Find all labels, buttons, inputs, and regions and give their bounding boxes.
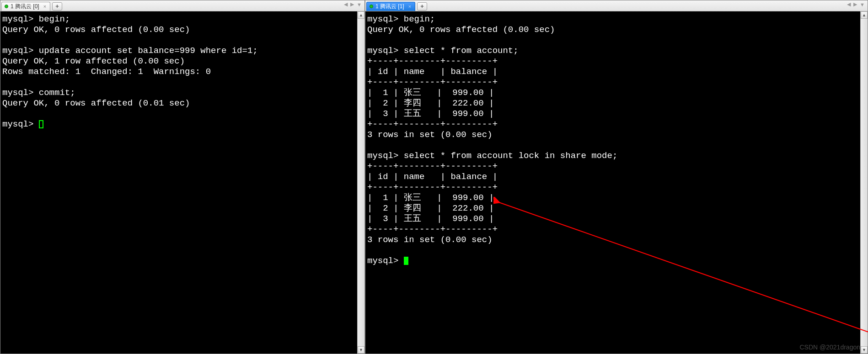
status-dot-icon — [5, 5, 8, 8]
cursor-icon — [404, 257, 408, 265]
scroll-down-icon[interactable]: ▼ — [861, 346, 868, 354]
cursor-icon — [39, 120, 43, 128]
right-terminal[interactable]: mysql> begin;Query OK, 0 rows affected (… — [365, 11, 868, 354]
left-tab-bar: 1 腾讯云 [0] × + ◀ ▶ ▼ — [0, 0, 364, 11]
nav-down-icon[interactable]: ▼ — [356, 2, 363, 7]
close-icon[interactable]: × — [408, 4, 411, 9]
left-tab-0[interactable]: 1 腾讯云 [0] × — [1, 2, 50, 11]
nav-right-icon[interactable]: ▶ — [852, 1, 858, 7]
scroll-up-icon[interactable]: ▲ — [861, 11, 868, 19]
scroll-up-icon[interactable]: ▲ — [358, 11, 364, 19]
close-icon[interactable]: × — [43, 4, 46, 9]
nav-right-icon[interactable]: ▶ — [349, 1, 355, 7]
left-pane: 1 腾讯云 [0] × + ◀ ▶ ▼ mysql> begin;Query O… — [0, 0, 365, 354]
watermark-text: CSDN @2021dragon — [799, 343, 860, 351]
left-scrollbar[interactable]: ▲ ▼ — [357, 11, 364, 354]
left-terminal[interactable]: mysql> begin;Query OK, 0 rows affected (… — [0, 11, 364, 354]
plus-icon: + — [55, 3, 59, 10]
right-scrollbar[interactable]: ▲ ▼ — [860, 11, 868, 354]
scroll-down-icon[interactable]: ▼ — [358, 346, 364, 354]
plus-icon: + — [420, 3, 424, 10]
add-tab-button[interactable]: + — [417, 2, 427, 11]
add-tab-button[interactable]: + — [52, 2, 62, 11]
nav-down-icon[interactable]: ▼ — [859, 2, 866, 7]
scroll-track[interactable] — [861, 19, 868, 346]
nav-left-icon[interactable]: ◀ — [846, 1, 852, 7]
tab-nav-arrows: ◀ ▶ ▼ — [343, 1, 363, 7]
tab-title: 1 腾讯云 [0] — [11, 3, 39, 11]
nav-left-icon[interactable]: ◀ — [343, 1, 348, 7]
right-tab-bar: 1 腾讯云 [1] × + ◀ ▶ ▼ — [365, 0, 868, 11]
status-dot-icon — [370, 5, 373, 8]
tab-title: 1 腾讯云 [1] — [375, 3, 404, 11]
scroll-track[interactable] — [358, 19, 364, 346]
tab-nav-arrows: ◀ ▶ ▼ — [846, 1, 866, 7]
right-tab-0[interactable]: 1 腾讯云 [1] × — [366, 2, 415, 11]
right-pane: 1 腾讯云 [1] × + ◀ ▶ ▼ mysql> begin;Query O… — [365, 0, 868, 354]
